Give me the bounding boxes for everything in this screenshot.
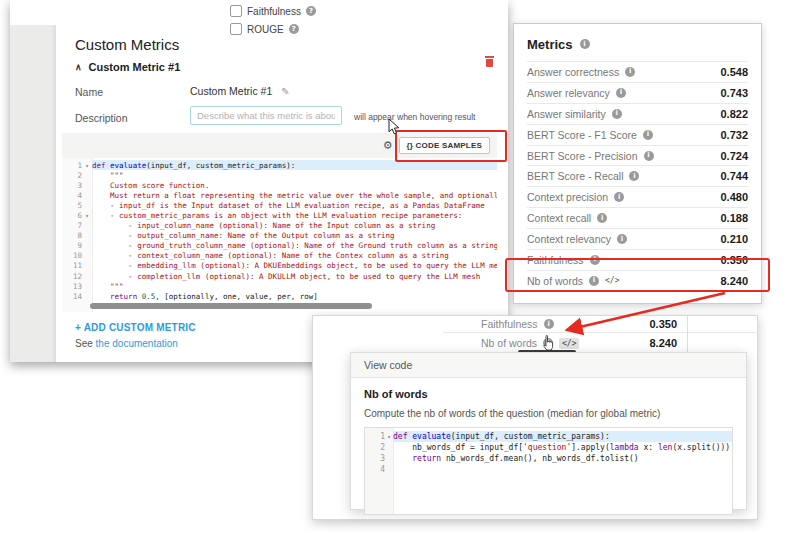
add-custom-metric-button[interactable]: + ADD CUSTOM METRIC (75, 322, 196, 333)
line-number: 14 (62, 292, 82, 301)
info-icon[interactable]: i (644, 151, 654, 161)
line-number: 13 (62, 282, 82, 291)
code-line[interactable]: 1▾def evaluate(input_df, custom_metric_p… (365, 431, 732, 442)
code-text (393, 464, 732, 475)
info-icon[interactable]: i (612, 109, 622, 119)
code-line[interactable]: 10 - context_column_name (optional): Nam… (62, 251, 497, 261)
code-text: return nb_words_df.mean(), nb_words_df.t… (393, 453, 732, 464)
help-icon[interactable]: ? (306, 6, 316, 16)
info-icon[interactable]: i (616, 88, 626, 98)
metric-row: Faithfulness i 0.350 (463, 316, 687, 332)
metrics-panel-title: Metrics i (527, 35, 748, 53)
info-icon[interactable]: i (597, 213, 607, 223)
code-text: """ (92, 281, 497, 291)
info-icon[interactable]: i (580, 39, 590, 49)
metric-value: 0.743 (720, 87, 748, 99)
line-number: 12 (62, 272, 82, 281)
code-line[interactable]: 7 - input_column_name (optional): Name o… (62, 221, 497, 231)
fold-arrow-icon[interactable]: ▾ (385, 433, 393, 440)
code-line[interactable]: 12 - completion_llm (optional): A DKULLM… (62, 271, 497, 281)
code-text: - embedding_llm (optional): A DKUEmbeddi… (92, 261, 497, 271)
code-text: - custom_metric_params is an object with… (92, 210, 497, 220)
info-icon[interactable]: i (617, 234, 627, 244)
info-icon[interactable]: i (614, 192, 624, 202)
code-line[interactable]: 6▾ - custom_metric_params is an object w… (62, 210, 497, 220)
metric-value: 8.240 (649, 337, 677, 349)
code-line[interactable]: 13 """ (62, 281, 497, 291)
code-line[interactable]: 9 - ground_truth_column_name (optional):… (62, 241, 497, 251)
view-code-icon[interactable]: </> (559, 338, 579, 349)
code-text: def evaluate(input_df, custom_metric_par… (393, 431, 732, 442)
checkbox[interactable] (230, 5, 242, 17)
code-text: - input_column_name (optional): Name of … (92, 221, 497, 231)
column-divider (687, 316, 688, 353)
code-line[interactable]: 2 """ (62, 170, 497, 180)
info-icon[interactable]: i (543, 338, 553, 348)
line-number: 2 (365, 443, 385, 452)
code-line[interactable]: 4 Must return a float representing the m… (62, 190, 497, 200)
line-number: 1 (62, 161, 82, 170)
line-number: 3 (365, 454, 385, 463)
name-label: Name (75, 86, 103, 98)
line-number: 7 (62, 221, 82, 230)
page-title: Custom Metrics (75, 36, 179, 53)
metric-code-viewer[interactable]: 1▾def evaluate(input_df, custom_metric_p… (364, 427, 733, 515)
line-number: 9 (62, 241, 82, 250)
metric-row: BERT Score - F1 Scorei0.732 (527, 124, 748, 145)
documentation-link[interactable]: the documentation (96, 338, 178, 349)
metric-value: 0.822 (720, 108, 748, 120)
fold-arrow-icon[interactable]: ▾ (82, 212, 92, 219)
code-text: - output_column_name: Name of the Output… (92, 231, 497, 241)
metric-row: Context recalli0.188 (527, 207, 748, 228)
code-line[interactable]: 14 return 0.5, [optionally, one, value, … (62, 291, 497, 301)
edit-pencil-icon[interactable]: ✎ (281, 86, 289, 97)
horizontal-scrollbar-thumb[interactable] (90, 303, 372, 309)
info-icon[interactable]: i (544, 319, 554, 329)
metric-value: 0.188 (720, 212, 748, 224)
metric-label: Nb of words (481, 337, 537, 349)
code-text: nb_words_df = input_df['question'].apply… (393, 442, 732, 453)
fold-arrow-icon[interactable]: ▾ (82, 162, 92, 169)
custom-metric-code-editor[interactable]: 1▾def evaluate(input_df, custom_metric_p… (62, 158, 497, 312)
metric-label: Context relevancy (527, 233, 611, 245)
builtin-metric-options: Faithfulness?ROUGE? (230, 2, 316, 38)
metric-label: BERT Score - Recall (527, 170, 623, 182)
metric-label: Context recall (527, 212, 591, 224)
delete-metric-icon[interactable] (485, 56, 494, 68)
code-text: Must return a float representing the met… (92, 190, 497, 200)
code-text: - completion_llm (optional): A DKULLM ob… (92, 271, 497, 281)
info-icon[interactable]: i (643, 130, 653, 140)
highlight-box-nb-of-words (505, 258, 770, 292)
checkbox-label: ROUGE (247, 24, 284, 35)
code-line[interactable]: 3 Custom score function. (62, 180, 497, 190)
code-line[interactable]: 2 nb_words_df = input_df['question'].app… (365, 442, 732, 453)
collapse-caret-icon[interactable]: ∧ (75, 62, 82, 72)
help-icon[interactable]: ? (289, 24, 299, 34)
info-icon[interactable]: i (625, 67, 635, 77)
metrics-rows: Answer correctnessi0.548Answer relevancy… (527, 61, 748, 291)
code-text: - input_df is the Input dataset of the L… (92, 200, 497, 210)
metric-label: BERT Score - Precision (527, 150, 638, 162)
metric-name-value[interactable]: Custom Metric #1 ✎ (190, 85, 290, 97)
gear-icon[interactable]: ⚙ (383, 139, 393, 152)
view-code-popup: View code Nb of words Compute the nb of … (350, 352, 747, 510)
code-line[interactable]: 4 (365, 464, 732, 475)
info-icon[interactable]: i (629, 171, 639, 181)
line-number: 2 (62, 171, 82, 180)
code-line[interactable]: 3 return nb_words_df.mean(), nb_words_df… (365, 453, 732, 464)
metric-label: Context precision (527, 191, 608, 203)
metric-value: 0.548 (720, 66, 748, 78)
code-line[interactable]: 8 - output_column_name: Name of the Outp… (62, 231, 497, 241)
metric-row: BERT Score - Precisioni0.724 (527, 145, 748, 166)
description-input[interactable] (190, 106, 342, 125)
custom-metrics-settings-panel: Faithfulness?ROUGE? Custom Metrics ∧ Cus… (10, 0, 508, 362)
checkbox[interactable] (230, 23, 242, 35)
custom-metric-section-header[interactable]: ∧ Custom Metric #1 (75, 61, 180, 73)
code-text: - ground_truth_column_name (optional): N… (92, 241, 497, 251)
code-line[interactable]: 11 - embedding_llm (optional): A DKUEmbe… (62, 261, 497, 271)
metric-row: Context relevancyi0.210 (527, 228, 748, 249)
code-text: Custom score function. (92, 180, 497, 190)
line-number: 6 (62, 211, 82, 220)
code-line[interactable]: 5 - input_df is the Input dataset of the… (62, 200, 497, 210)
line-number: 5 (62, 201, 82, 210)
